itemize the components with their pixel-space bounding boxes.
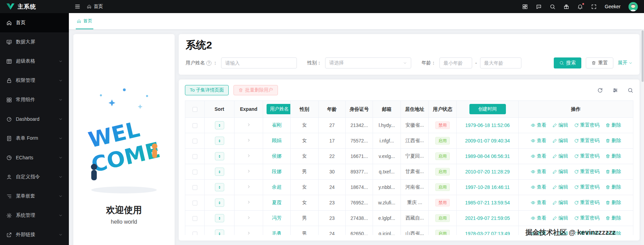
sidebar-item-home[interactable]: 首页 — [0, 13, 69, 32]
view-button[interactable]: 查看 — [531, 215, 547, 221]
sidebar-item-system-manage[interactable]: 系统管理 — [0, 206, 69, 225]
expand-row-icon[interactable] — [247, 138, 251, 142]
reset-password-button[interactable]: 重置密码 — [574, 200, 600, 206]
app-logo[interactable]: 主系统 — [0, 3, 69, 11]
sidebar-item-external-links[interactable]: 外部链接 — [0, 225, 69, 244]
drag-sort-handle[interactable] — [215, 230, 224, 235]
delete-button[interactable]: 删除 — [605, 122, 621, 128]
created-header-button[interactable]: 创建时间 — [469, 104, 506, 114]
edit-button[interactable]: 编辑 — [552, 153, 568, 159]
expand-row-icon[interactable] — [247, 169, 251, 173]
expand-row-icon[interactable] — [247, 231, 251, 235]
sidebar-item-menu-nest[interactable]: 菜单嵌套 — [0, 187, 69, 206]
reset-password-button[interactable]: 重置密码 — [574, 122, 600, 128]
to-detail-button[interactable]: To 子集详情页面 — [185, 85, 229, 95]
gender-select[interactable]: 请选择 — [325, 57, 411, 68]
expand-row-icon[interactable] — [247, 200, 251, 204]
edit-button[interactable]: 编辑 — [552, 122, 568, 128]
drag-sort-handle[interactable] — [215, 137, 224, 145]
user-name-link[interactable]: 冯芳 — [272, 215, 282, 221]
help-icon[interactable]: ? — [206, 61, 211, 66]
notification-bell-icon[interactable] — [577, 4, 583, 10]
sidebar-item-auth-manage[interactable]: 权限管理 — [0, 71, 69, 90]
user-name-header-button[interactable]: 用户姓名 — [267, 104, 291, 114]
edit-button[interactable]: 编辑 — [552, 215, 568, 221]
user-name-link[interactable]: 顾娟 — [272, 138, 282, 143]
age-max-input[interactable] — [480, 57, 521, 68]
user-name-link[interactable]: 崔刚 — [272, 122, 282, 128]
age-min-input[interactable] — [439, 57, 472, 68]
sidebar-item-form[interactable]: 表单 Form — [0, 129, 69, 148]
sidebar-item-directives[interactable]: 自定义指令 — [0, 167, 69, 187]
select-all-checkbox[interactable] — [193, 107, 197, 112]
row-checkbox[interactable] — [193, 232, 197, 235]
username-label[interactable]: Geeker — [605, 4, 621, 9]
expand-row-icon[interactable] — [247, 215, 251, 220]
user-name-input[interactable] — [221, 57, 297, 68]
delete-button[interactable]: 删除 — [605, 153, 621, 159]
user-name-link[interactable]: 侯娜 — [272, 153, 282, 159]
avatar[interactable] — [629, 2, 638, 11]
drag-sort-handle[interactable] — [215, 199, 224, 207]
row-checkbox[interactable] — [193, 123, 197, 128]
reset-password-button[interactable]: 重置密码 — [574, 153, 600, 159]
sidebar-item-echarts[interactable]: ECharts — [0, 148, 69, 167]
scrollbar-thumb[interactable] — [642, 30, 644, 82]
collapse-menu-icon[interactable] — [74, 3, 81, 10]
user-name-link[interactable]: 毛勇 — [272, 231, 282, 235]
column-settings-icon[interactable] — [612, 87, 618, 93]
drag-sort-handle[interactable] — [215, 214, 224, 222]
edit-button[interactable]: 编辑 — [552, 169, 568, 175]
sidebar-item-data-screen[interactable]: 数据大屏 — [0, 32, 69, 52]
sidebar-item-dashboard[interactable]: Dashboard — [0, 109, 69, 129]
layout-grid-icon[interactable] — [522, 4, 528, 10]
delete-button[interactable]: 删除 — [605, 184, 621, 190]
search-button[interactable]: 搜索 — [554, 57, 581, 68]
view-button[interactable]: 查看 — [531, 169, 547, 175]
user-name-link[interactable]: 余超 — [272, 184, 282, 190]
sidebar-item-super-table[interactable]: 超级表格 — [0, 52, 69, 71]
drag-sort-handle[interactable] — [215, 183, 224, 191]
delete-button[interactable]: 删除 — [605, 169, 621, 175]
drag-sort-handle[interactable] — [215, 152, 224, 160]
delete-button[interactable]: 删除 — [605, 215, 621, 221]
expand-row-icon[interactable] — [247, 184, 251, 189]
drag-sort-handle[interactable] — [215, 121, 224, 129]
expand-row-icon[interactable] — [247, 122, 251, 127]
reset-password-button[interactable]: 重置密码 — [574, 169, 600, 175]
refresh-icon[interactable] — [597, 87, 603, 93]
breadcrumb[interactable]: 首页 — [87, 3, 103, 10]
row-checkbox[interactable] — [193, 170, 197, 174]
view-button[interactable]: 查看 — [531, 200, 547, 206]
row-checkbox[interactable] — [193, 139, 197, 143]
view-button[interactable]: 查看 — [531, 138, 547, 144]
fullscreen-icon[interactable] — [591, 4, 597, 10]
message-icon[interactable] — [536, 4, 542, 10]
view-button[interactable]: 查看 — [531, 184, 547, 190]
view-button[interactable]: 查看 — [531, 122, 547, 128]
expand-row-icon[interactable] — [247, 153, 251, 158]
delete-button[interactable]: 删除 — [605, 138, 621, 144]
sidebar-item-components[interactable]: 常用组件 — [0, 90, 69, 109]
search-icon[interactable] — [627, 87, 633, 93]
delete-button[interactable]: 删除 — [605, 200, 621, 206]
search-icon[interactable] — [550, 4, 555, 10]
reset-button[interactable]: 重置 — [586, 57, 613, 68]
edit-button[interactable]: 编辑 — [552, 138, 568, 144]
theme-gift-icon[interactable] — [563, 4, 569, 10]
reset-password-button[interactable]: 重置密码 — [574, 184, 600, 190]
drag-sort-handle[interactable] — [215, 168, 224, 176]
edit-button[interactable]: 编辑 — [552, 184, 568, 190]
reset-password-button[interactable]: 重置密码 — [574, 138, 600, 144]
batch-delete-button[interactable]: 批量删除用户 — [233, 85, 278, 95]
row-checkbox[interactable] — [193, 201, 197, 205]
row-checkbox[interactable] — [193, 154, 197, 159]
user-name-link[interactable]: 夏霞 — [272, 200, 282, 205]
user-name-link[interactable]: 段娜 — [272, 169, 282, 174]
edit-button[interactable]: 编辑 — [552, 200, 568, 206]
row-checkbox[interactable] — [193, 185, 197, 190]
view-button[interactable]: 查看 — [531, 153, 547, 159]
tab-home[interactable]: 首页 — [76, 18, 93, 29]
reset-password-button[interactable]: 重置密码 — [574, 215, 600, 221]
expand-toggle[interactable]: 展开 — [618, 60, 633, 66]
